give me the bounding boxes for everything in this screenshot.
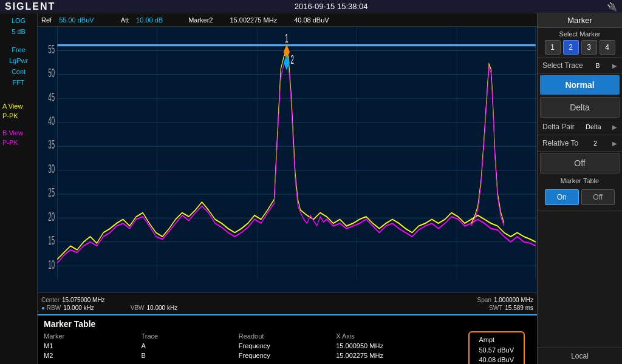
marker-amp-display: 40.08 dBuV [294,16,329,24]
select-marker-section: Select Marker 1 2 3 4 [538,28,622,58]
svg-text:2: 2 [290,53,293,67]
rbw-label: RBW [41,305,61,311]
scale-value: 5 dB [1,27,36,36]
svg-text:40: 40 [48,114,55,127]
svg-text:20: 20 [48,210,55,223]
m1-readout: Frequency [239,342,336,349]
table-row: M1 A Frequency 15.000950 MHz [44,341,531,351]
swt-label: SWT [489,305,502,311]
delta-pair-item[interactable]: Delta Pair Delta ▶ [538,119,622,135]
scale-type: LOG [1,16,36,25]
marker-btn-3[interactable]: 3 [581,40,597,55]
relative-to-label: Relative To [542,139,578,147]
off-button[interactable]: Off [540,153,620,174]
span-label: Span [477,297,491,303]
svg-text:45: 45 [48,90,55,104]
marker-btn-4[interactable]: 4 [600,40,615,55]
m2-ampt: 40.08 dBuV [479,355,514,364]
swt-value: 15.589 ms [505,305,533,311]
det-free[interactable]: Free [1,45,36,55]
left-panel: LOG 5 dB Free LgPwr Cont FFT A View P-PK… [0,13,38,364]
svg-text:30: 30 [48,162,55,175]
col-marker: Marker [44,332,141,340]
rbw-value: 10.000 kHz [63,305,94,311]
normal-button[interactable]: Normal [540,75,620,95]
m1-marker: M1 [44,342,141,349]
ref-value: 55.00 dBuV [59,16,94,24]
col-readout: Readout [239,332,336,340]
ampt-header: Ampt [479,335,514,345]
marker-table-section: Marker Table Marker Trace Readout X Axis… [38,314,537,364]
marker-table-on[interactable]: On [545,189,579,205]
m2-readout: Frequency [239,352,336,359]
relative-to-value: 2 [593,140,597,147]
det-lgpwr[interactable]: LgPwr [1,56,36,66]
select-trace-value: B [595,62,600,69]
att-label: Att [121,16,129,24]
svg-text:55: 55 [48,42,55,56]
m1-ampt: 50.57 dBuV [479,345,514,356]
local-label: Local [538,348,622,364]
chart-area: 55 50 45 40 35 30 25 20 15 10 [38,27,537,292]
center-label: Center [41,297,60,303]
svg-text:35: 35 [48,138,55,152]
right-panel: Marker Select Marker 1 2 3 4 Select Trac… [537,13,622,364]
select-trace-label: Select Trace [542,61,583,70]
trace-arrow-icon: ▶ [612,62,617,69]
det-cont[interactable]: Cont [1,67,36,76]
right-panel-title: Marker [538,13,622,28]
marker-btn-2[interactable]: 2 [563,40,579,55]
svg-text:10: 10 [48,258,55,271]
select-trace-item[interactable]: Select Trace B ▶ [538,58,622,74]
marker-table-toggle-label: Marker Table [541,177,618,184]
trace-a-label: A View [1,102,36,110]
marker-buttons: 1 2 3 4 [541,40,618,55]
datetime: 2016-09-15 15:38:04 [295,2,368,11]
marker-table-header: Marker Trace Readout X Axis [44,332,531,341]
m2-marker: M2 [44,352,141,359]
ampt-box: Ampt 50.57 dBuV 40.08 dBuV [468,331,525,364]
delta-button[interactable]: Delta [540,97,620,118]
info-bar: Ref 55.00 dBuV Att 10.00 dB Marker2 15.0… [38,13,537,27]
marker-freq-display: 15.002275 MHz [230,16,277,24]
logo: SIGLENT [5,1,55,12]
trace-b-label: B View [1,129,36,137]
spectrum-chart: 55 50 45 40 35 30 25 20 15 10 [38,27,537,292]
trace-b-sublabel: P-PK [1,138,36,147]
svg-text:25: 25 [48,186,55,200]
det-fft[interactable]: FFT [1,78,36,87]
marker-name: Marker2 [188,16,213,24]
marker-table-off[interactable]: Off [581,189,615,205]
center-value: 15.075000 MHz [62,297,105,303]
delta-pair-value: Delta [586,123,601,130]
delta-pair-arrow-icon: ▶ [612,124,617,130]
vbw-label: VBW [131,305,145,311]
table-row: M2 B Frequency 15.002275 MHz [44,351,531,360]
delta-pair-label: Delta Pair [542,123,575,131]
svg-text:1: 1 [285,32,288,46]
relative-to-item[interactable]: Relative To 2 ▶ [538,135,622,152]
chart-bottom: Center 15.075000 MHz Span 1.000000 MHz R… [38,292,537,314]
att-value: 10.00 dB [136,16,163,24]
relative-to-arrow-icon: ▶ [612,140,617,147]
ref-label: Ref [41,16,52,24]
span-value: 1.000000 MHz [494,297,533,303]
m1-trace: A [141,342,238,349]
svg-text:15: 15 [48,234,55,247]
trace-a-sublabel: P-PK [1,112,36,120]
svg-text:50: 50 [48,66,55,79]
col-trace: Trace [141,332,238,340]
m2-trace: B [141,352,238,359]
select-marker-label: Select Marker [541,30,618,38]
vbw-value: 10.000 kHz [147,305,178,311]
main-layout: LOG 5 dB Free LgPwr Cont FFT A View P-PK… [0,13,622,364]
marker-btn-1[interactable]: 1 [545,40,561,55]
top-bar: SIGLENT 2016-09-15 15:38:04 🔌 [0,0,622,13]
marker-table-title: Marker Table [44,319,531,329]
marker-table-toggle: On Off [541,187,618,207]
center-area: Ref 55.00 dBuV Att 10.00 dB Marker2 15.0… [38,13,537,364]
usb-icon: 🔌 [607,2,617,12]
